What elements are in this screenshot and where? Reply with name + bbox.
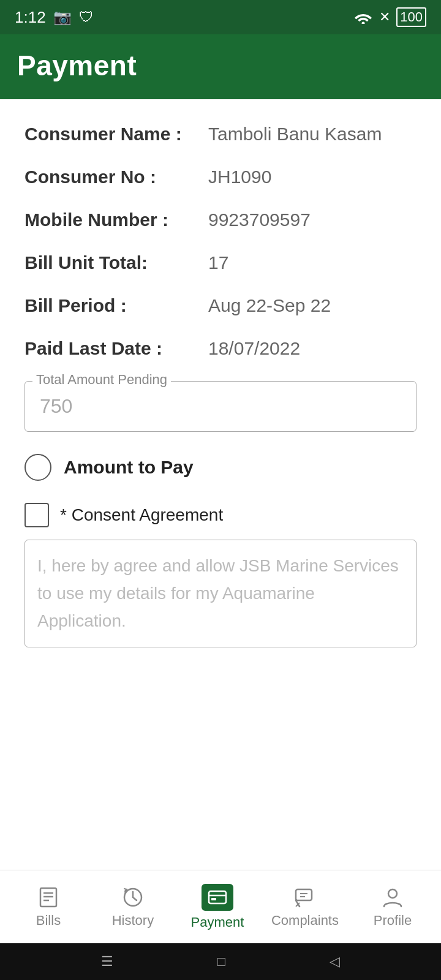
- bill-period-label: Bill Period :: [24, 295, 208, 316]
- wifi-icon: [353, 10, 373, 24]
- consumer-no-row: Consumer No : JH1090: [24, 167, 417, 187]
- android-back-button[interactable]: ◁: [330, 954, 340, 970]
- paid-last-date-value: 18/07/2022: [208, 338, 417, 359]
- camera-icon: 📷: [53, 9, 72, 26]
- consent-row[interactable]: * Consent Agreement: [24, 503, 417, 527]
- nav-item-profile[interactable]: Profile: [362, 886, 423, 929]
- complaints-icon: [293, 886, 317, 909]
- nav-label-payment: Payment: [191, 914, 244, 930]
- app-header: Payment: [0, 34, 441, 99]
- nav-item-payment[interactable]: Payment: [187, 884, 248, 930]
- status-bar-left: 1:12 📷 🛡: [15, 8, 94, 27]
- android-menu-button[interactable]: ☰: [101, 954, 113, 970]
- shield-icon: 🛡: [79, 9, 94, 26]
- nav-label-bills: Bills: [36, 913, 61, 929]
- amount-to-pay-label: Amount to Pay: [64, 457, 194, 478]
- consumer-name-label: Consumer Name :: [24, 124, 208, 145]
- consent-text: I, here by agree and allow JSB Marine Se…: [37, 556, 399, 630]
- status-bar-right: ✕ 100: [353, 7, 426, 27]
- consumer-name-value: Tamboli Banu Kasam: [208, 124, 417, 145]
- consumer-no-label: Consumer No :: [24, 167, 208, 187]
- svg-point-13: [388, 889, 397, 898]
- amount-to-pay-row[interactable]: Amount to Pay: [24, 454, 417, 481]
- mobile-number-label: Mobile Number :: [24, 209, 208, 230]
- page-title: Payment: [17, 50, 137, 81]
- paid-last-date-row: Paid Last Date : 18/07/2022: [24, 338, 417, 359]
- history-icon: [121, 886, 145, 909]
- bill-period-value: Aug 22-Sep 22: [208, 295, 417, 316]
- payment-icon: [202, 884, 233, 911]
- status-bar: 1:12 📷 🛡 ✕ 100: [0, 0, 441, 34]
- bills-icon: [37, 886, 60, 909]
- signal-icon: ✕: [379, 9, 390, 25]
- battery-icon: 100: [396, 7, 426, 27]
- svg-point-0: [362, 22, 365, 24]
- total-amount-pending-field[interactable]: Total Amount Pending 750: [24, 381, 417, 432]
- nav-item-history[interactable]: History: [102, 886, 164, 929]
- amount-pending-legend: Total Amount Pending: [32, 372, 171, 388]
- nav-item-complaints[interactable]: Complaints: [271, 886, 339, 929]
- nav-item-bills[interactable]: Bills: [18, 886, 79, 929]
- amount-to-pay-radio[interactable]: [24, 454, 51, 481]
- bottom-nav: Bills History Payment Co: [0, 870, 441, 943]
- mobile-number-value: 9923709597: [208, 209, 417, 230]
- nav-label-profile: Profile: [374, 913, 412, 929]
- paid-last-date-label: Paid Last Date :: [24, 338, 208, 359]
- nav-label-history: History: [112, 913, 154, 929]
- consent-checkbox[interactable]: [24, 503, 49, 527]
- svg-rect-8: [211, 898, 216, 900]
- bill-unit-total-row: Bill Unit Total: 17: [24, 252, 417, 273]
- consumer-no-value: JH1090: [208, 167, 417, 187]
- main-content: Consumer Name : Tamboli Banu Kasam Consu…: [0, 99, 441, 870]
- svg-rect-6: [209, 891, 226, 903]
- bill-unit-total-label: Bill Unit Total:: [24, 252, 208, 273]
- mobile-number-row: Mobile Number : 9923709597: [24, 209, 417, 230]
- status-time: 1:12: [15, 8, 46, 27]
- bill-period-row: Bill Period : Aug 22-Sep 22: [24, 295, 417, 316]
- android-nav-bar: ☰ □ ◁: [0, 943, 441, 980]
- consent-label: * Consent Agreement: [60, 505, 223, 525]
- consent-text-box: I, here by agree and allow JSB Marine Se…: [24, 540, 417, 647]
- consumer-name-row: Consumer Name : Tamboli Banu Kasam: [24, 124, 417, 145]
- nav-label-complaints: Complaints: [271, 913, 339, 929]
- svg-rect-9: [296, 889, 312, 900]
- profile-icon: [381, 886, 404, 909]
- android-home-button[interactable]: □: [217, 954, 225, 970]
- amount-pending-value: 750: [36, 389, 405, 424]
- bill-unit-total-value: 17: [208, 252, 417, 273]
